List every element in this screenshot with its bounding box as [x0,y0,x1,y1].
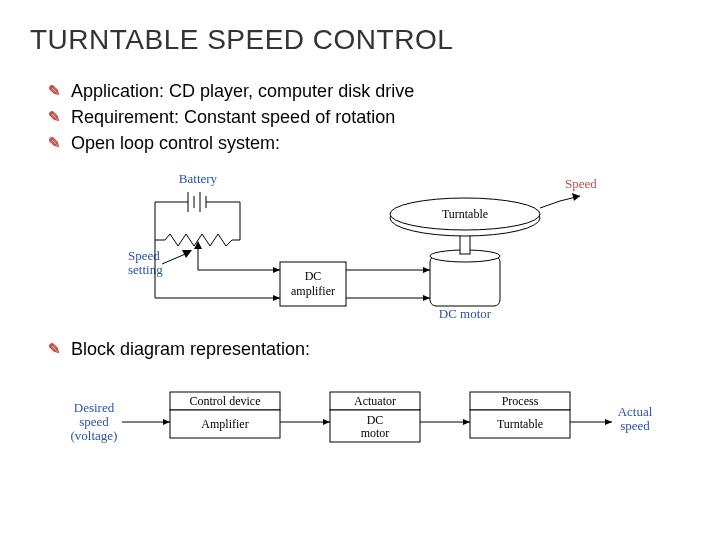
process-label: Process [502,394,539,408]
svg-marker-38 [463,419,470,425]
input-label-1: Desired [74,400,115,415]
bullet-item: ✎ Requirement: Constant speed of rotatio… [48,106,690,128]
bullet-list: ✎ Application: CD player, computer disk … [48,80,690,154]
motor-label: motor [361,426,390,440]
bullet-icon: ✎ [48,132,61,154]
bullet-item: ✎ Application: CD player, computer disk … [48,80,690,102]
battery-label: Battery [179,171,218,186]
slide-title: TURNTABLE SPEED CONTROL [30,24,690,56]
svg-marker-17 [273,295,280,301]
bullet-text: Open loop control system: [71,132,280,154]
dc-motor-label: DC motor [439,306,492,320]
output-label-2: speed [620,418,650,433]
bullet-icon: ✎ [48,106,61,128]
svg-marker-11 [182,250,192,258]
dc-label: DC [367,413,384,427]
svg-marker-28 [572,193,580,201]
block-diagram: Desired speed (voltage) Control device A… [30,376,690,466]
svg-marker-16 [273,267,280,273]
svg-marker-34 [323,419,330,425]
turntable-label: Turntable [442,207,488,221]
bullet-icon: ✎ [48,80,61,102]
bullet-item: ✎ Block diagram representation: [48,338,690,360]
bullet-list-2: ✎ Block diagram representation: [48,338,690,360]
turntable-block-label: Turntable [497,417,543,431]
control-device-label: Control device [190,394,261,408]
svg-marker-42 [605,419,612,425]
svg-marker-30 [163,419,170,425]
svg-marker-22 [423,295,430,301]
bullet-text: Requirement: Constant speed of rotation [71,106,395,128]
speed-label: Speed [565,176,597,191]
svg-rect-23 [430,256,500,306]
dc-amp-label-1: DC [305,269,322,283]
bullet-icon: ✎ [48,338,61,360]
open-loop-schematic: Battery Speed setting DC amplifier DC mo… [30,170,690,320]
input-label-3: (voltage) [71,428,118,443]
actuator-label: Actuator [354,394,396,408]
bullet-item: ✎ Open loop control system: [48,132,690,154]
output-label-1: Actual [618,404,653,419]
amplifier-label: Amplifier [201,417,248,431]
svg-marker-21 [423,267,430,273]
bullet-text: Application: CD player, computer disk dr… [71,80,414,102]
bullet-text: Block diagram representation: [71,338,310,360]
speed-setting-label-2: setting [128,262,163,277]
dc-amp-label-2: amplifier [291,284,335,298]
input-label-2: speed [79,414,109,429]
